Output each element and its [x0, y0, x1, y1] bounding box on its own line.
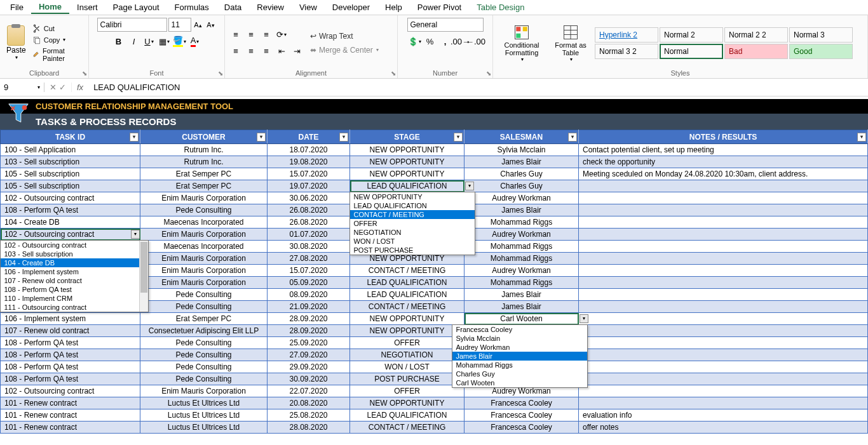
increase-font-icon[interactable]: A▴ [193, 19, 204, 30]
dropdown-item[interactable]: 106 - Implement system [1, 267, 139, 276]
tab-insert[interactable]: Insert [69, 1, 105, 13]
cell-date[interactable]: 19.07.2020 [268, 180, 350, 192]
cell-notes[interactable] [579, 337, 868, 349]
cell-notes[interactable] [579, 241, 868, 253]
clipboard-dialog-launcher[interactable]: ⬊ [82, 70, 87, 77]
cell-notes[interactable]: Contact potential client, set up meeting [579, 144, 868, 156]
bold-button[interactable]: B [112, 34, 126, 48]
filter-button[interactable]: ▾ [130, 133, 139, 142]
cell-stage[interactable]: CONTACT / MEETING [350, 301, 465, 313]
cell-notes[interactable] [579, 325, 868, 337]
col-header-customer[interactable]: CUSTOMER▾ [140, 130, 268, 144]
conditional-formatting-button[interactable]: Conditional Formatting▾ [497, 22, 546, 63]
alignment-dialog-launcher[interactable]: ⬊ [391, 70, 396, 77]
cell-notes[interactable] [579, 277, 868, 289]
copy-button[interactable]: Copy▾ [31, 35, 85, 45]
cell-sales[interactable]: Sylvia Mcclain [465, 144, 579, 156]
cell-task[interactable]: 105 - Sell subscription [1, 180, 140, 192]
salesman-dropdown[interactable]: Francesca CooleySylvia McclainAudrey Wor… [452, 324, 588, 388]
align-left-icon[interactable]: ≡ [229, 44, 243, 58]
cell-cust[interactable]: Maecenas Incorporated [140, 216, 268, 229]
task-dropdown[interactable]: 102 - Outsourcing contract103 - Sell sub… [0, 240, 149, 312]
cell-sales[interactable]: Mohammad Riggs [465, 253, 579, 265]
cell-cust[interactable]: Pede Consulting [140, 337, 268, 349]
cell-date[interactable]: 30.09.2020 [268, 373, 350, 385]
decrease-indent-icon[interactable]: ⇤ [275, 44, 288, 58]
dropdown-item[interactable]: 102 - Outsourcing contract [1, 241, 139, 249]
cell-notes[interactable]: offer notes [579, 422, 868, 434]
format-as-table-button[interactable]: Format as Table▾ [549, 22, 592, 63]
tab-table-design[interactable]: Table Design [469, 1, 532, 13]
cell-task[interactable]: 101 - Renew contract [1, 409, 140, 422]
cell-date[interactable]: 08.09.2020 [268, 289, 350, 301]
align-top-icon[interactable]: ≡ [229, 28, 243, 42]
cell-notes[interactable] [579, 385, 868, 397]
cell-stage[interactable]: NEW OPPORTUNITY [350, 144, 465, 156]
cell-sales[interactable]: Carl Wooten [465, 313, 579, 325]
dropdown-item[interactable]: Carl Wooten [452, 378, 587, 387]
dropdown-item[interactable]: Charles Guy [452, 369, 587, 378]
cell-stage[interactable]: LEAD QUALIFICATION [350, 277, 465, 289]
font-size-combo[interactable] [168, 18, 191, 32]
cell-cust[interactable]: Maecenas Incorporated [140, 241, 268, 253]
cell-cust[interactable]: Pede Consulting [140, 289, 268, 301]
cell-sales[interactable]: Audrey Workman [465, 265, 579, 277]
cell-sales[interactable]: James Blair [465, 156, 579, 168]
dropdown-handle[interactable]: ▾ [465, 182, 474, 190]
dropdown-item[interactable]: Mohammad Riggs [452, 361, 587, 369]
cell-sales[interactable]: Mohammad Riggs [465, 241, 579, 253]
cell-stage[interactable]: CONTACT / MEETING [350, 422, 465, 434]
cell-stage[interactable]: NEW OPPORTUNITY [350, 397, 465, 409]
align-bottom-icon[interactable]: ≡ [259, 28, 273, 42]
cell-notes[interactable] [579, 180, 868, 192]
cell-sales[interactable]: Mohammad Riggs [465, 277, 579, 289]
style-normal-2-2[interactable]: Normal 2 2 [724, 27, 788, 43]
align-middle-icon[interactable]: ≡ [244, 28, 258, 42]
cell-notes[interactable]: evaluation info [579, 409, 868, 422]
table-row[interactable]: 108 - Perform QA testPede Consulting29.0… [1, 361, 868, 373]
dropdown-item[interactable]: CONTACT / MEETING [350, 210, 475, 219]
tab-page-layout[interactable]: Page Layout [105, 1, 167, 13]
dropdown-item[interactable]: 104 - Create DB [1, 258, 139, 267]
col-header-stage[interactable]: STAGE▾ [350, 130, 465, 144]
fill-color-button[interactable]: 🪣▾ [173, 34, 187, 48]
cell-cust[interactable]: Pede Consulting [140, 373, 268, 385]
fx-icon[interactable]: fx [72, 83, 88, 92]
cell-cust[interactable]: Consectetuer Adipiscing Elit LLP [140, 325, 268, 337]
cell-stage[interactable]: OFFER [350, 385, 465, 397]
cell-notes[interactable] [579, 289, 868, 301]
cell-task[interactable]: 108 - Perform QA test [1, 349, 140, 361]
cell-cust[interactable]: Luctus Et Ultrices Ltd [140, 397, 268, 409]
cell-cust[interactable]: Rutrum Inc. [140, 144, 268, 156]
tab-review[interactable]: Review [249, 1, 292, 13]
cell-styles-gallery[interactable]: Hyperlink 2Normal 2Normal 2 2Normal 3Nor… [595, 27, 853, 59]
cell-date[interactable]: 20.08.2020 [268, 397, 350, 409]
cell-date[interactable]: 27.08.2020 [268, 253, 350, 265]
cell-stage[interactable]: NEGOTIATION [350, 349, 465, 361]
paste-button[interactable]: Paste ▾ [4, 24, 29, 62]
cell-cust[interactable]: Erat Semper PC [140, 313, 268, 325]
dropdown-item[interactable]: James Blair [452, 352, 587, 361]
enter-icon[interactable]: ✓ [59, 83, 66, 92]
cell-cust[interactable]: Pede Consulting [140, 361, 268, 373]
cell-notes[interactable] [579, 313, 868, 325]
dropdown-item[interactable]: 107 - Renew old contract [1, 276, 139, 285]
col-header-task-id[interactable]: TASK ID▾ [1, 130, 140, 144]
tab-help[interactable]: Help [377, 1, 410, 13]
cell-date[interactable]: 18.07.2020 [268, 144, 350, 156]
cell-cust[interactable]: Erat Semper PC [140, 180, 268, 192]
cell-task[interactable]: 101 - Renew contract [1, 422, 140, 434]
align-right-icon[interactable]: ≡ [259, 44, 273, 58]
table-row[interactable]: 101 - Renew contractLuctus Et Ultrices L… [1, 397, 868, 409]
tab-power-pivot[interactable]: Power Pivot [410, 1, 469, 13]
cell-date[interactable]: 30.08.2020 [268, 241, 350, 253]
merge-center-button[interactable]: ⬌Merge & Center▾ [306, 44, 383, 56]
dropdown-item[interactable]: Francesca Cooley [452, 325, 587, 334]
cell-task[interactable]: 108 - Perform QA test [1, 204, 140, 216]
cell-sales[interactable]: Audrey Workman [465, 229, 579, 241]
cell-date[interactable]: 25.08.2020 [268, 409, 350, 422]
cell-cust[interactable]: Enim Mauris Corporation [140, 253, 268, 265]
cell-date[interactable]: 26.08.2020 [268, 204, 350, 216]
style-hyperlink-2[interactable]: Hyperlink 2 [595, 27, 658, 43]
italic-button[interactable]: I [127, 34, 141, 48]
